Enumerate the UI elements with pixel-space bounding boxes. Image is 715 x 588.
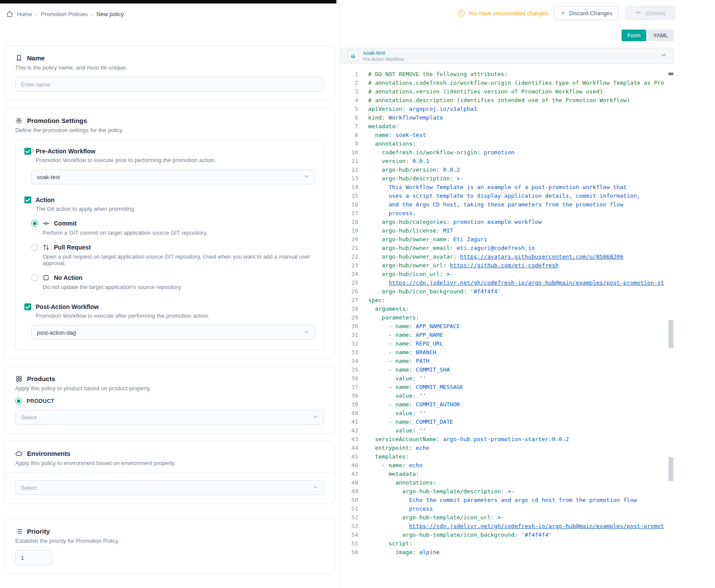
code-text: value: '' xyxy=(368,409,674,418)
code-text: # annotations.version (identifies versio… xyxy=(368,87,674,96)
name-section: Name This is the policy name, and must b… xyxy=(4,45,335,101)
line-number: 3 xyxy=(341,87,358,96)
pre-action-checkbox[interactable] xyxy=(24,148,31,155)
scrollbar-decoration[interactable] xyxy=(668,320,673,348)
pre-action-workflow-toggle[interactable]: Pre-Action Workflow xyxy=(24,148,315,155)
code-line: 35 - name: COMMIT_SHA xyxy=(341,365,674,374)
workflow-template-icon xyxy=(347,50,359,62)
environments-section: Environments Apply this policy to enviro… xyxy=(4,441,335,504)
code-text: argo-hub-template/description: >- xyxy=(368,487,674,496)
editor-title-group: soak-test Pre-Action Workflow xyxy=(363,50,404,62)
code-text: - name: PATH xyxy=(368,357,674,365)
actions-bar: ! You have uncommitted changes ✕ Discard… xyxy=(458,6,675,20)
environments-description: Apply this policy to environment based o… xyxy=(15,460,324,466)
breadcrumb-promotion-policies[interactable]: Promotion Policies xyxy=(41,11,88,17)
chevron-down-icon xyxy=(313,414,319,421)
code-line: 53 https://cdn.jsdelivr.net/gh/codefresh… xyxy=(341,522,674,531)
no-action-radio[interactable] xyxy=(31,274,38,281)
breadcrumb-home[interactable]: Home xyxy=(17,11,32,17)
no-action-radio-row[interactable]: No Action xyxy=(31,274,315,281)
product-property-radio-row[interactable]: PRODUCT xyxy=(15,398,324,405)
code-text: - name: BRANCH xyxy=(368,348,674,357)
priority-title: Priority xyxy=(27,528,50,535)
code-text: argo-hub-template/icon_background: '#f4f… xyxy=(368,531,674,539)
code-text: templates: xyxy=(368,452,674,461)
line-number: 55 xyxy=(341,539,358,548)
gear-icon xyxy=(15,117,23,124)
line-number: 50 xyxy=(341,496,358,505)
discard-changes-button[interactable]: ✕ Discard Changes xyxy=(554,6,619,20)
code-line: 47 metadata: xyxy=(341,470,674,478)
code-line: 22 argo-hub/owner_avatar: https://avatar… xyxy=(341,252,674,261)
line-number: 56 xyxy=(341,548,358,557)
breadcrumb-separator: › xyxy=(36,11,37,17)
environments-title: Environments xyxy=(27,450,70,457)
code-line: 36 value: '' xyxy=(341,374,674,383)
line-number: 32 xyxy=(341,339,358,348)
action-checkbox[interactable] xyxy=(24,196,31,203)
home-icon[interactable] xyxy=(6,10,13,18)
pull-request-radio[interactable] xyxy=(31,244,38,251)
code-line: 3# annotations.version (identifies versi… xyxy=(341,87,674,96)
line-number: 18 xyxy=(341,218,358,226)
code-line: 11 version: 0.0.1 xyxy=(341,157,674,166)
product-radio[interactable] xyxy=(15,398,22,405)
line-number: 42 xyxy=(341,426,358,435)
bookmark-icon xyxy=(15,54,23,62)
commit-button[interactable]: Commit xyxy=(625,6,675,20)
breadcrumb: Home › Promotion Policies › New policy xyxy=(6,10,339,18)
post-action-workflow-select[interactable]: post-action-dag xyxy=(31,325,315,340)
pull-request-radio-row[interactable]: Pull Request xyxy=(31,244,315,251)
priority-input[interactable] xyxy=(15,550,53,565)
environment-select[interactable]: Select xyxy=(15,480,324,495)
chevron-down-icon xyxy=(303,329,309,336)
collapse-chevron-icon[interactable] xyxy=(660,52,667,60)
line-number: 4 xyxy=(341,96,358,105)
products-header: Products xyxy=(15,375,324,382)
code-area[interactable]: 1# DO NOT REMOVE the following attribute… xyxy=(341,64,674,588)
code-text: apiVersion: argoproj.io/v1alpha1 xyxy=(368,105,674,113)
product-select[interactable]: Select xyxy=(15,410,324,425)
code-line: 30 - name: APP_NAMESPACE xyxy=(341,322,674,331)
commit-radio-row[interactable]: Commit xyxy=(31,220,315,227)
no-action-option-label: No Action xyxy=(54,274,83,281)
pre-action-workflow-select[interactable]: soak-test xyxy=(31,169,315,184)
code-text: process. xyxy=(368,209,674,218)
line-number: 2 xyxy=(341,79,358,87)
line-number: 16 xyxy=(341,200,358,209)
discard-changes-label: Discard Changes xyxy=(569,10,613,17)
chevron-down-icon xyxy=(313,484,319,492)
code-text: uses a script template to display applic… xyxy=(368,192,674,200)
policy-name-input[interactable] xyxy=(15,77,324,92)
scrollbar-thumb[interactable] xyxy=(668,73,673,75)
policy-form-panel: Home › Promotion Policies › New policy N… xyxy=(0,0,339,588)
line-number: 43 xyxy=(341,435,358,444)
line-number: 7 xyxy=(341,122,358,131)
code-text: - name: COMMIT_SHA xyxy=(368,365,674,374)
line-number: 10 xyxy=(341,148,358,157)
post-action-workflow-toggle[interactable]: Post-Action Workflow xyxy=(24,303,315,310)
code-text: argo-hub/categories: promotion example w… xyxy=(368,218,674,226)
code-text: argo-hub/icon_url: >- xyxy=(368,270,674,279)
promotion-settings-box: Pre-Action Workflow Promotion Workflow t… xyxy=(15,140,324,350)
code-text: argo-hub/icon_background: '#f4f4f4' xyxy=(368,287,674,296)
name-section-title: Name xyxy=(27,54,45,62)
commit-radio[interactable] xyxy=(31,220,38,227)
code-text: value: '' xyxy=(368,426,674,435)
pull-request-option-description: Open a pull request on target applicatio… xyxy=(43,253,315,266)
tab-yaml[interactable]: YAML xyxy=(648,30,674,41)
code-line: 2# annotations.codefresh.io/workflow-ori… xyxy=(341,79,674,87)
code-line: 20 argo-hub/owner_name: Eti Zaguri xyxy=(341,235,674,244)
code-line: 46 - name: echo xyxy=(341,461,674,470)
line-number: 1 xyxy=(341,70,358,79)
scrollbar-decoration[interactable] xyxy=(668,457,673,481)
code-line: 41 - name: COMMIT_DATE xyxy=(341,418,674,426)
action-toggle[interactable]: Action xyxy=(24,196,315,203)
code-text: argo-hub/owner_url: https://github.com/e… xyxy=(368,261,674,270)
line-number: 11 xyxy=(341,157,358,166)
tab-form[interactable]: Form xyxy=(622,30,646,41)
post-action-checkbox[interactable] xyxy=(24,303,31,310)
line-number: 33 xyxy=(341,348,358,357)
line-number: 31 xyxy=(341,331,358,339)
line-number: 30 xyxy=(341,322,358,331)
